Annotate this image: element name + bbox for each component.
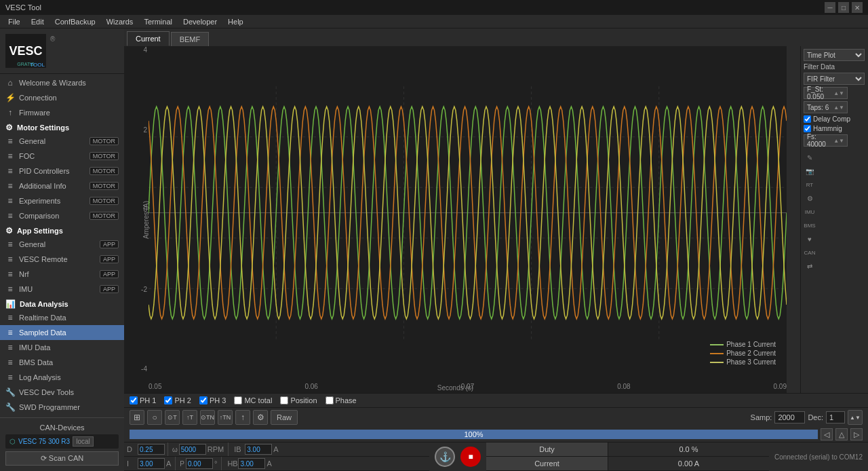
bottom-left-status: D ω RPM IB A I A bbox=[124, 442, 429, 471]
menu-item-wizards[interactable]: Wizards bbox=[101, 15, 139, 29]
toolbar-T2-icon[interactable]: ↑T bbox=[182, 410, 197, 425]
dec-value-input[interactable] bbox=[826, 411, 845, 423]
progress-arrow-left[interactable]: ◁ bbox=[821, 428, 833, 440]
dec-spinner[interactable]: ▲▼ bbox=[848, 410, 863, 425]
nav-icon-imu: ≡ bbox=[5, 284, 15, 294]
can-icon-side[interactable]: CAN bbox=[804, 246, 816, 259]
progress-arrow-right[interactable]: ▷ bbox=[850, 428, 863, 440]
sidebar-item-welcome[interactable]: ⌂Welcome & Wizards bbox=[0, 75, 124, 90]
ib-unit: A bbox=[272, 445, 279, 453]
sidebar-item-bms-data[interactable]: ≡BMS Data bbox=[0, 355, 124, 370]
nav-icon-connection: ⚡ bbox=[5, 93, 15, 102]
sidebar-item-swd-programmer[interactable]: 🔧SWD Programmer bbox=[0, 400, 124, 415]
sidebar-item-vesc-dev-tools[interactable]: 🔧VESC Dev Tools bbox=[0, 385, 124, 400]
toolbar-up-icon[interactable]: ↑ bbox=[235, 410, 250, 425]
menu-item-file[interactable]: File bbox=[3, 15, 26, 29]
sidebar-item-log-analysis[interactable]: ≡Log Analysis bbox=[0, 370, 124, 385]
sep2 bbox=[228, 442, 229, 456]
raw-button[interactable]: Raw bbox=[271, 410, 298, 425]
sidebar-item-pid[interactable]: ≡PID ControllersMOTOR bbox=[0, 164, 124, 178]
sidebar-item-imu[interactable]: ≡IMUAPP bbox=[0, 282, 124, 297]
titlebar-buttons: ─ □ ✕ bbox=[825, 2, 863, 13]
imu-icon[interactable]: IMU bbox=[804, 206, 816, 218]
taps-spinner[interactable]: ▲▼ bbox=[833, 105, 844, 111]
mc-total-checkbox[interactable]: MC total bbox=[234, 396, 272, 404]
camera-icon[interactable]: 📷 bbox=[804, 165, 816, 177]
i-unit: A bbox=[165, 459, 172, 468]
hammnig-checkbox[interactable]: Hammnig bbox=[804, 125, 865, 132]
fs-spinner[interactable]: ▲▼ bbox=[833, 138, 844, 144]
d-value-input[interactable] bbox=[138, 444, 165, 455]
badge-vesc-remote: APP bbox=[100, 255, 119, 263]
rt-icon[interactable]: RT bbox=[804, 178, 816, 191]
progress-arrow-up[interactable]: △ bbox=[835, 428, 848, 440]
menu-item-terminal[interactable]: Terminal bbox=[138, 15, 178, 29]
tab-current[interactable]: Current bbox=[127, 31, 170, 46]
menu-item-confbackup[interactable]: ConfBackup bbox=[50, 15, 101, 29]
toolbar-T1-icon[interactable]: ⊙T bbox=[165, 410, 180, 425]
phase-checkbox[interactable]: Phase bbox=[326, 396, 357, 404]
hammnig-check[interactable] bbox=[804, 125, 811, 132]
nav-icon-vesc-remote: ≡ bbox=[5, 255, 15, 264]
sample-value-input[interactable] bbox=[774, 411, 805, 423]
menu-item-help[interactable]: Help bbox=[222, 15, 249, 29]
fst-spinner[interactable]: ▲▼ bbox=[833, 90, 844, 96]
sidebar-item-app-general[interactable]: ≡GeneralAPP bbox=[0, 237, 124, 252]
sidebar-item-sampled-data[interactable]: ≡Sampled Data bbox=[0, 325, 124, 340]
ph1-checkbox[interactable]: PH 1 bbox=[130, 396, 156, 404]
duty-row: Duty 0.0 % bbox=[486, 442, 769, 457]
sidebar-item-firmware[interactable]: ↑Firmware bbox=[0, 105, 124, 120]
minimize-button[interactable]: ─ bbox=[825, 2, 835, 13]
toolbar-TN1-icon[interactable]: ⊙TN bbox=[200, 410, 215, 425]
sidebar-item-general[interactable]: ≡GeneralMOTOR bbox=[0, 134, 124, 149]
delay-comp-check[interactable] bbox=[804, 115, 811, 123]
ib-input[interactable] bbox=[245, 444, 272, 455]
can-device-type: local bbox=[73, 436, 94, 447]
menu-item-edit[interactable]: Edit bbox=[26, 15, 50, 29]
scan-can-button[interactable]: ⟳ Scan CAN bbox=[5, 451, 119, 466]
hb-input[interactable] bbox=[238, 458, 265, 469]
nav-label-vesc-remote: VESC Remote bbox=[19, 255, 68, 263]
sidebar-item-vesc-remote[interactable]: ≡VESC RemoteAPP bbox=[0, 252, 124, 267]
phase-input[interactable] bbox=[186, 458, 213, 469]
maximize-button[interactable]: □ bbox=[838, 2, 849, 13]
settings-icon[interactable]: ⚙ bbox=[804, 192, 816, 204]
fst-input[interactable]: F_St: 0.050 ▲▼ bbox=[804, 87, 848, 99]
close-button[interactable]: ✕ bbox=[852, 2, 863, 13]
sidebar-item-imu-data[interactable]: ≡IMU Data bbox=[0, 340, 124, 355]
ph3-checkbox[interactable]: PH 3 bbox=[199, 396, 226, 404]
i-input[interactable] bbox=[138, 458, 165, 469]
omega-icon: ω bbox=[171, 446, 179, 453]
filter-type-select[interactable]: FIR Filter bbox=[804, 73, 865, 85]
sidebar-item-nrf[interactable]: ≡NrfAPP bbox=[0, 267, 124, 282]
delay-comp-checkbox[interactable]: Delay Comp bbox=[804, 115, 865, 123]
sidebar-item-additional-info[interactable]: ≡Additional InfoMOTOR bbox=[0, 178, 124, 193]
plot-type-select[interactable]: Time Plot bbox=[804, 49, 865, 61]
toolbar-circle-icon[interactable]: ○ bbox=[147, 410, 162, 425]
arrows-icon[interactable]: ⇄ bbox=[804, 260, 816, 272]
toolbar-grid-icon[interactable]: ⊞ bbox=[130, 410, 144, 425]
toolbar-gear-icon[interactable]: ⚙ bbox=[253, 410, 268, 425]
sidebar-item-connection[interactable]: ⚡Connection bbox=[0, 90, 124, 105]
toolbar-TN2-icon[interactable]: ↑TN bbox=[218, 410, 233, 425]
rpm-unit: RPM bbox=[206, 445, 225, 453]
stop-button[interactable]: ■ bbox=[460, 447, 481, 467]
position-checkbox[interactable]: Position bbox=[280, 396, 317, 404]
sidebar-item-realtime-data[interactable]: ≡Realtime Data bbox=[0, 310, 124, 325]
rpm-input[interactable] bbox=[179, 444, 206, 455]
tab-bemf[interactable]: BEMF bbox=[171, 32, 210, 46]
bms-icon[interactable]: BMS bbox=[804, 219, 816, 231]
menu-item-developer[interactable]: Developer bbox=[178, 15, 222, 29]
sidebar-item-comparison[interactable]: ≡ComparisonMOTOR bbox=[0, 208, 124, 223]
ph2-checkbox[interactable]: PH 2 bbox=[164, 396, 191, 404]
sep1 bbox=[167, 442, 168, 456]
fs-input[interactable]: Fs: 40000 ▲▼ bbox=[804, 134, 848, 147]
sidebar-item-foc[interactable]: ≡FOCMOTOR bbox=[0, 149, 124, 164]
titlebar-left: VESC Tool bbox=[5, 3, 41, 12]
sidebar-item-experiments[interactable]: ≡ExperimentsMOTOR bbox=[0, 193, 124, 208]
heart-icon[interactable]: ♥ bbox=[804, 233, 816, 245]
sidebar-nav: ⌂Welcome & Wizards⚡Connection↑Firmware⚙M… bbox=[0, 74, 124, 416]
taps-input[interactable]: Taps: 6 ▲▼ bbox=[804, 101, 848, 113]
anchor-button[interactable]: ⚓ bbox=[435, 447, 455, 467]
pencil-icon[interactable]: ✎ bbox=[804, 151, 816, 164]
